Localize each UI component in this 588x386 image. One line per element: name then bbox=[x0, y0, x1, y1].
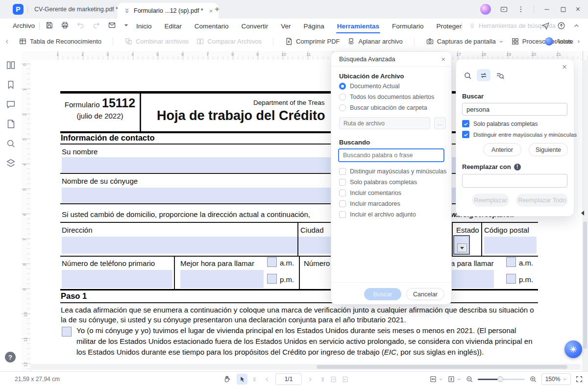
email-icon[interactable] bbox=[108, 21, 116, 29]
save-icon[interactable] bbox=[45, 21, 53, 29]
fit-width-button[interactable] bbox=[429, 375, 443, 383]
zip-field[interactable] bbox=[484, 237, 537, 254]
right-panel-expander-icon[interactable] bbox=[581, 211, 584, 216]
layers-panel-icon[interactable] bbox=[5, 158, 16, 169]
minimize-icon[interactable] bbox=[543, 5, 551, 13]
compress-pdf-button[interactable]: Comprimir PDF bbox=[285, 37, 340, 46]
upload-cloud-icon[interactable] bbox=[557, 22, 565, 30]
checkbox-match-case-checked[interactable]: Distinguir entre mayúsculas y minúsculas bbox=[462, 131, 577, 138]
close-dialog-icon[interactable]: × bbox=[441, 55, 445, 63]
next-button[interactable]: Siguiente bbox=[529, 143, 568, 156]
tab-formulario[interactable]: Formulario ...12 (sp).pdf * × bbox=[118, 3, 219, 19]
close-tab-icon[interactable]: × bbox=[209, 7, 213, 15]
advanced-search-mode-icon[interactable] bbox=[495, 71, 505, 80]
radio-all-open-documents[interactable]: Todos los documentos abiertos bbox=[339, 94, 434, 100]
fit-page-button[interactable] bbox=[447, 375, 461, 383]
print-icon[interactable] bbox=[61, 21, 69, 29]
zoom-slider-handle[interactable] bbox=[497, 376, 503, 382]
close-panel-icon[interactable]: × bbox=[562, 62, 567, 72]
previous-button[interactable]: Anterior bbox=[483, 143, 521, 156]
state-dropdown-arrow-icon[interactable] bbox=[457, 243, 467, 252]
address-field[interactable] bbox=[62, 237, 303, 254]
double-chevron-down-icon[interactable] bbox=[123, 7, 130, 14]
assistant-button[interactable]: Asiste bbox=[545, 37, 581, 46]
info-icon[interactable]: ! bbox=[514, 164, 521, 170]
avatar[interactable] bbox=[480, 4, 491, 15]
menu-editar[interactable]: Editar bbox=[164, 21, 183, 32]
zoom-out-icon[interactable] bbox=[466, 375, 473, 383]
comments-panel-icon[interactable] bbox=[5, 99, 16, 110]
menu-pagina[interactable]: Página bbox=[303, 21, 325, 32]
thumbnails-panel-icon[interactable] bbox=[5, 60, 16, 71]
menu-convertir[interactable]: Convertir bbox=[241, 21, 270, 32]
select-tool-button[interactable] bbox=[237, 374, 247, 385]
feedback-icon[interactable] bbox=[500, 5, 508, 14]
checkbox-label: Solo palabras completas bbox=[350, 179, 417, 186]
radio-current-document[interactable]: Documento Actual bbox=[339, 83, 399, 90]
zoom-slider[interactable] bbox=[478, 379, 525, 380]
radio-folder-location[interactable]: Buscar ubicación de carpeta bbox=[339, 104, 427, 111]
horizontal-scrollbar[interactable] bbox=[30, 364, 581, 370]
checkbox-include-comments[interactable]: Incluir comentarios bbox=[339, 190, 401, 196]
checkbox-include-bookmarks[interactable]: Incluir marcadores bbox=[339, 200, 400, 207]
am-checkbox[interactable] bbox=[267, 257, 277, 267]
zoom-in-icon[interactable] bbox=[529, 375, 537, 383]
find-input[interactable] bbox=[462, 103, 567, 116]
vertical-scrollbar[interactable] bbox=[582, 60, 588, 371]
vertical-scrollbar-thumb[interactable] bbox=[583, 221, 587, 349]
menu-inicio[interactable]: Inicio bbox=[135, 21, 153, 32]
app-logo-icon[interactable]: P bbox=[13, 4, 24, 15]
checkbox-whole-words-checked[interactable]: Solo palabras completas bbox=[462, 120, 538, 127]
statement1-checkbox[interactable] bbox=[62, 327, 72, 337]
search-mode-icon[interactable] bbox=[463, 71, 472, 80]
tab-label: Formulario ...12 (sp).pdf * bbox=[134, 7, 203, 14]
hand-tool-button[interactable] bbox=[221, 374, 232, 385]
help-button[interactable]: ? bbox=[5, 352, 16, 362]
search-panel-icon[interactable] bbox=[5, 138, 16, 149]
cancel-button[interactable]: Cancelar bbox=[406, 288, 444, 300]
screenshots-button[interactable]: Capturas de pantalla bbox=[426, 37, 504, 46]
best-time-field-2[interactable] bbox=[452, 270, 494, 288]
checkbox-include-attachment[interactable]: Incluir el archivo adjunto bbox=[339, 211, 416, 218]
replace-mode-button[interactable] bbox=[477, 69, 490, 81]
pm-checkbox-2[interactable] bbox=[506, 274, 516, 284]
more-menu-icon[interactable] bbox=[517, 5, 525, 13]
recognition-table-button[interactable]: Tabla de Reconocimiento bbox=[19, 37, 101, 46]
divider bbox=[331, 282, 451, 283]
checkbox-whole-words[interactable]: Solo palabras completas bbox=[339, 179, 417, 186]
ai-assistant-floating-button[interactable] bbox=[564, 340, 582, 358]
label-am-2: a.m. bbox=[519, 259, 533, 267]
replace-input[interactable] bbox=[462, 174, 567, 188]
search-term-input[interactable] bbox=[338, 148, 444, 162]
close-window-icon[interactable]: × bbox=[576, 5, 580, 14]
menu-proteger[interactable]: Proteger bbox=[435, 21, 463, 32]
pm-checkbox[interactable] bbox=[267, 274, 277, 284]
checkbox-match-case[interactable]: Distinguir mayúsculas y minúsculas bbox=[339, 168, 446, 175]
checkbox-label: Incluir el archivo adjunto bbox=[350, 211, 416, 218]
toolbar-dropdown-icon[interactable] bbox=[123, 23, 129, 28]
scroll-toolbar-left-icon[interactable] bbox=[4, 38, 11, 45]
am-checkbox-2[interactable] bbox=[506, 257, 516, 267]
menu-archivo[interactable]: Archivo bbox=[13, 22, 35, 29]
zoom-level-dropdown[interactable]: 150% bbox=[541, 373, 571, 385]
best-time-field[interactable] bbox=[180, 270, 264, 288]
share-icon[interactable] bbox=[541, 22, 550, 30]
collapse-ribbon-icon[interactable] bbox=[573, 22, 580, 29]
fullscreen-icon[interactable] bbox=[575, 375, 583, 383]
state-dropdown[interactable] bbox=[453, 235, 470, 255]
attachments-panel-icon[interactable] bbox=[5, 119, 16, 129]
ruler-number: 17 bbox=[456, 52, 461, 57]
maximize-icon[interactable] bbox=[560, 6, 567, 13]
new-tab-button[interactable]: + bbox=[215, 4, 220, 14]
menu-formulario[interactable]: Formulario bbox=[391, 21, 425, 32]
bookmarks-panel-icon[interactable] bbox=[5, 79, 16, 90]
primary-phone-field[interactable] bbox=[62, 270, 172, 288]
page-indicator[interactable]: 1/1 bbox=[275, 373, 302, 385]
menu-ver[interactable]: Ver bbox=[280, 21, 292, 32]
menu-herramientas[interactable]: Herramientas bbox=[336, 21, 380, 32]
label-city: Ciudad bbox=[300, 226, 324, 234]
menu-comentario[interactable]: Comentario bbox=[194, 21, 230, 32]
flatten-file-button[interactable]: Aplanar archivo bbox=[347, 37, 402, 46]
form-number-cell: Formulario 15112 (julio de 2022) bbox=[60, 96, 140, 120]
horizontal-scrollbar-thumb[interactable] bbox=[317, 365, 567, 369]
